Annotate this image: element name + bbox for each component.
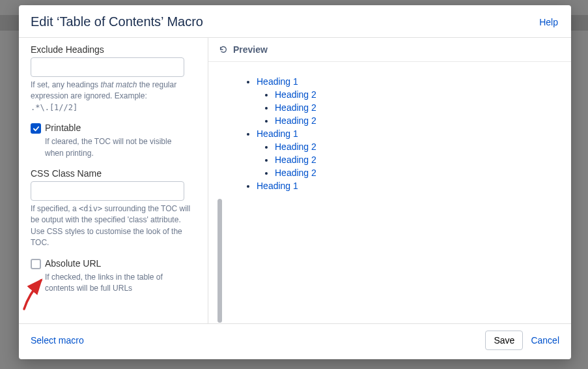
dialog-footer: Select macro Save Cancel [19, 323, 571, 359]
absolute-url-group: Absolute URL If checked, the links in th… [31, 258, 196, 295]
toc-link[interactable]: Heading 1 [257, 181, 298, 191]
printable-label: Printable [45, 123, 81, 133]
absolute-url-desc: If checked, the links in the table of co… [45, 272, 188, 295]
preview-pane: Preview Heading 1Heading 2Heading 2Headi… [208, 38, 571, 323]
dialog-body: Exclude Headings If set, any headings th… [19, 37, 571, 323]
help-link[interactable]: Help [539, 17, 558, 27]
check-icon [33, 125, 40, 132]
css-class-desc: If specified, a <div> surrounding the TO… [31, 203, 193, 249]
toc-link[interactable]: Heading 2 [275, 89, 316, 100]
exclude-headings-label: Exclude Headings [31, 44, 196, 55]
refresh-icon[interactable] [219, 45, 228, 54]
preview-title: Preview [233, 44, 268, 55]
toc-link[interactable]: Heading 1 [257, 76, 298, 87]
toc-item: Heading 1 [257, 181, 545, 191]
css-class-group: CSS Class Name If specified, a <div> sur… [31, 168, 196, 249]
save-button[interactable]: Save [485, 331, 523, 350]
absolute-url-label: Absolute URL [45, 258, 101, 269]
css-class-label: CSS Class Name [31, 168, 196, 179]
toc-item: Heading 2 [275, 155, 545, 165]
toc-item: Heading 2 [275, 89, 545, 100]
absolute-url-checkbox[interactable] [31, 259, 41, 269]
toc-link[interactable]: Heading 2 [275, 168, 316, 178]
toc-link[interactable]: Heading 2 [275, 115, 316, 126]
preview-header: Preview [208, 38, 571, 62]
toc-item: Heading 2 [275, 168, 545, 178]
toc-item: Heading 1Heading 2Heading 2Heading 2 [257, 128, 545, 178]
preview-body: Heading 1Heading 2Heading 2Heading 2Head… [208, 62, 571, 205]
toc-item: Heading 2 [275, 115, 545, 126]
cancel-link[interactable]: Cancel [531, 335, 559, 346]
exclude-headings-input[interactable] [31, 57, 184, 77]
printable-checkbox[interactable] [31, 123, 41, 134]
toc-sublist: Heading 2Heading 2Heading 2 [257, 89, 545, 126]
printable-group: Printable If cleared, the TOC will not b… [31, 123, 196, 159]
css-class-input[interactable] [31, 181, 184, 201]
toc-item: Heading 2 [275, 141, 545, 152]
dialog-title: Edit ‘Table of Contents’ Macro [31, 14, 203, 29]
toc-link[interactable]: Heading 1 [257, 128, 298, 139]
toc-list: Heading 1Heading 2Heading 2Heading 2Head… [234, 76, 545, 191]
toc-item: Heading 1Heading 2Heading 2Heading 2 [257, 76, 545, 126]
toc-sublist: Heading 2Heading 2Heading 2 [257, 141, 545, 178]
toc-item: Heading 2 [275, 102, 545, 113]
scrollbar-thumb[interactable] [217, 199, 222, 323]
toc-link[interactable]: Heading 2 [275, 141, 316, 152]
macro-edit-dialog: Edit ‘Table of Contents’ Macro Help Excl… [19, 5, 571, 359]
form-pane: Exclude Headings If set, any headings th… [19, 38, 208, 323]
toc-link[interactable]: Heading 2 [275, 102, 316, 113]
toc-link[interactable]: Heading 2 [275, 155, 316, 165]
dialog-header: Edit ‘Table of Contents’ Macro Help [19, 5, 571, 37]
exclude-headings-group: Exclude Headings If set, any headings th… [31, 44, 196, 113]
exclude-headings-desc: If set, any headings that match the regu… [31, 80, 193, 113]
select-macro-link[interactable]: Select macro [31, 335, 84, 346]
printable-desc: If cleared, the TOC will not be visible … [45, 136, 188, 159]
